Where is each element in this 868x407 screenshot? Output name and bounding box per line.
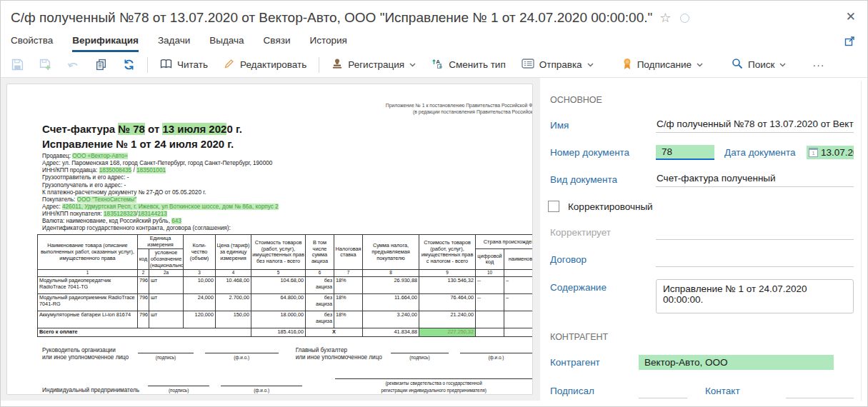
contract-id-line: Идентификатор государственного контракта… [42, 225, 532, 232]
close-icon[interactable]: ✕ [843, 6, 859, 27]
corrects-label: Корректирует [547, 227, 656, 238]
sig-head-entrepreneur: Индивидуальный предприниматель [42, 387, 144, 394]
field-corrective: Корректировочный [547, 198, 854, 215]
scrollbar-track[interactable] [861, 81, 862, 401]
calendar-icon: 1 [809, 148, 818, 157]
change-type-label: Сменить тип [449, 59, 506, 70]
search-button[interactable]: Поиск [724, 55, 794, 75]
tab-history[interactable]: История [309, 35, 346, 52]
book-icon [160, 59, 172, 71]
payment-doc-line: К платежно-расчетному документу № 27-ДО … [42, 189, 532, 196]
ribbon-icon [622, 58, 632, 72]
buyer-address-line: Адрес: 426011, Удмуртская Респ, г. Ижевс… [42, 204, 532, 211]
annex-note: Приложение № 1 к постановлению Правитель… [42, 103, 533, 115]
document-date-input[interactable]: 1 13.07.2020 [807, 146, 854, 159]
corrective-checkbox[interactable] [548, 201, 559, 212]
buyer-line: Покупатель: ООО "ТехноСистемы" [42, 196, 532, 204]
table-colnum-row: 122а345678910 [38, 270, 534, 277]
properties-panel: ОСНОВНОЕ Имя С/ф полученный №78 от 13.07… [540, 78, 867, 401]
send-button[interactable]: Отправка [514, 55, 602, 75]
invoice-table: Наименование товара (описание выполненны… [37, 234, 533, 337]
favorite-star-icon[interactable]: ☆ [659, 10, 671, 26]
field-counterparty: Контрагент Вектор-Авто, ООО [547, 353, 854, 371]
corrects-input[interactable] [656, 225, 854, 240]
seller-inn-line: ИНН/КПП продавца: 1835008435 / 183501001 [42, 167, 532, 174]
pencil-icon [224, 58, 235, 71]
sig-head-accountant: Главный бухгалтерили иное уполномоченное… [296, 347, 391, 361]
field-corrects: Корректирует [547, 223, 854, 241]
contact-label: Контакт [705, 386, 740, 396]
toolbar-separator [147, 57, 148, 73]
kind-input[interactable]: Счет-фактура полученный [656, 171, 854, 187]
copy-button[interactable] [87, 55, 115, 75]
signing-label: Подписание [637, 59, 692, 70]
table-row: Аккумуляторные батареи Li-ion 81674796шт… [38, 311, 534, 328]
tab-tasks[interactable]: Задачи [158, 35, 190, 52]
field-signedby-contact: Подписал Контакт [547, 382, 854, 399]
consignor-line: Грузоотправитель и его адрес: - [42, 174, 532, 181]
edit-button[interactable]: Редактировать [216, 55, 314, 75]
buyer-inn-line: ИНН/КПП покупателя: 1835128323/183144213 [42, 211, 532, 218]
section-main: ОСНОВНОЕ [547, 95, 854, 105]
document-preview-pane[interactable]: Приложение № 1 к постановлению Правитель… [1, 78, 540, 401]
read-label: Читать [177, 59, 208, 70]
seller-line: Продавец: ООО «Вектор-Авто» [42, 153, 532, 160]
tab-properties[interactable]: Свойства [11, 35, 53, 52]
corrective-label: Корректировочный [568, 201, 653, 212]
counterparty-input[interactable]: Вектор-Авто, ООО [639, 355, 834, 370]
seller-address-line: Адрес: ул. Пароменская 168, город Санкт-… [42, 160, 532, 167]
name-input[interactable]: С/ф полученный №78 от 13.07.2020 от Вект… [656, 117, 854, 133]
read-button[interactable]: Читать [152, 55, 216, 75]
table-row: Модульный радиоприемник RadioTrace 7041-… [38, 294, 534, 311]
registration-button[interactable]: Регистрация [324, 55, 424, 75]
chevron-down-icon [587, 63, 594, 67]
refresh-button[interactable] [115, 55, 143, 75]
status-circle-icon[interactable] [680, 14, 689, 23]
send-list-icon [522, 59, 534, 71]
document-title: С/ф полученный №78 от 13.07.2020 от Вект… [11, 10, 652, 26]
tab-links[interactable]: Связи [264, 35, 291, 52]
number-label: Номер документа [547, 147, 656, 158]
tab-verification[interactable]: Верификация [72, 35, 139, 52]
edit-label: Редактировать [240, 59, 306, 70]
title-bar: С/ф полученный №78 от 13.07.2020 от Вект… [1, 1, 867, 29]
contact-input[interactable] [786, 383, 854, 398]
highlight-date: 13 июля 202 [162, 123, 226, 135]
field-number-date: Номер документа 78 Дата документа 1 13.0… [547, 144, 854, 161]
more-actions-button[interactable]: ··· [804, 59, 833, 71]
save-button[interactable] [4, 55, 31, 75]
chevron-down-icon [697, 63, 703, 67]
consignee-line: Грузополучатель и его адрес: - [42, 182, 532, 189]
open-in-window-icon[interactable] [844, 35, 856, 50]
chevron-down-icon [409, 63, 416, 67]
field-contract: Договор [547, 251, 854, 268]
subject-textarea[interactable]: Исправление № 1 от 24.07.2020 00:00:00. [656, 279, 854, 313]
highlight-number: № 78 [118, 123, 145, 135]
undo-button[interactable] [59, 55, 87, 75]
contract-label: Договор [547, 254, 656, 265]
field-kind: Вид документа Счет-фактура полученный [547, 171, 854, 188]
currency-line: Валюта: наименование, код Российский руб… [42, 218, 532, 225]
chevron-down-icon [779, 63, 786, 67]
change-type-button[interactable]: A Сменить тип [424, 55, 514, 75]
invoice-requisites: Продавец: ООО «Вектор-Авто» Адрес: ул. П… [42, 153, 532, 232]
toolbar-separator [319, 57, 319, 73]
invoice-title: Счет-фактура № 78 от 13 июля 2020 г. [42, 123, 532, 135]
section-counterparty: КОНТРАГЕНТ [547, 332, 854, 342]
send-label: Отправка [539, 59, 582, 70]
signed-by-input[interactable] [639, 383, 687, 398]
total-highlighted-cell: 227.250,32 [419, 328, 476, 337]
signing-button[interactable]: Подписание [614, 55, 711, 75]
contract-input[interactable] [656, 252, 854, 267]
document-number-input[interactable]: 78 [656, 145, 714, 160]
tab-issue[interactable]: Выдача [209, 35, 244, 52]
field-subject: Содержание Исправление № 1 от 24.07.2020… [547, 279, 854, 313]
save-as-button[interactable] [31, 55, 59, 75]
counterparty-label: Контрагент [547, 357, 639, 368]
toolbar: Читать Редактировать Регистрация A Смени… [1, 52, 867, 78]
sig-head-director: Руководитель организацииили иное уполном… [42, 347, 134, 361]
svg-text:A: A [436, 59, 440, 65]
date-label: Дата документа [724, 147, 795, 158]
table-total-row: Всего к оплате 185.416,00 X 41.834,88 22… [38, 328, 534, 337]
registration-label: Регистрация [348, 59, 404, 70]
